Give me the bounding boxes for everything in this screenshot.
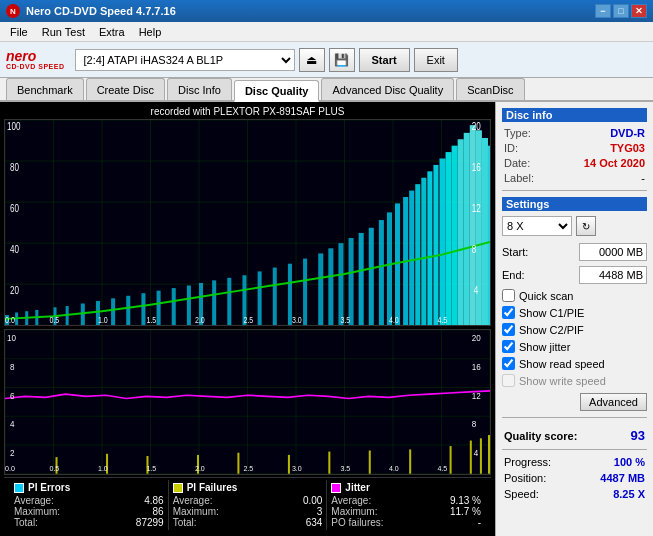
svg-rect-39 (303, 259, 307, 326)
svg-rect-43 (349, 238, 354, 325)
menu-extra[interactable]: Extra (93, 25, 131, 39)
svg-text:8: 8 (472, 419, 477, 429)
exit-button[interactable]: Exit (414, 48, 458, 72)
speed-value: 8.25 X (613, 488, 645, 500)
progress-row: Progress: 100 % (502, 456, 647, 468)
svg-rect-31 (187, 286, 191, 326)
show-write-speed-row: Show write speed (502, 374, 647, 387)
show-read-speed-checkbox[interactable] (502, 357, 515, 370)
svg-rect-47 (387, 212, 392, 325)
svg-rect-26 (111, 298, 115, 325)
speed-row: 8 X ↻ (502, 216, 647, 236)
show-c2pif-checkbox[interactable] (502, 323, 515, 336)
svg-text:3.0: 3.0 (292, 464, 302, 473)
tab-benchmark[interactable]: Benchmark (6, 78, 84, 100)
tab-scandisc[interactable]: ScanDisc (456, 78, 524, 100)
pi-errors-label: PI Errors (28, 482, 70, 493)
svg-text:100: 100 (7, 121, 20, 132)
svg-rect-29 (157, 291, 161, 326)
svg-text:0.5: 0.5 (49, 464, 59, 473)
svg-text:4: 4 (474, 448, 479, 458)
pi-errors-average: Average: 4.86 (14, 495, 164, 506)
disc-info-header: Disc info (502, 108, 647, 122)
disc-type-row: Type: DVD-R (502, 127, 647, 139)
svg-text:1.0: 1.0 (98, 315, 108, 325)
progress-value: 100 % (614, 456, 645, 468)
disc-type-label: Type: (504, 127, 531, 139)
show-write-speed-checkbox[interactable] (502, 374, 515, 387)
separator-2 (502, 417, 647, 418)
svg-text:6: 6 (10, 390, 15, 400)
svg-text:1.0: 1.0 (98, 464, 108, 473)
show-c1pie-label[interactable]: Show C1/PIE (519, 307, 584, 319)
svg-rect-106 (237, 453, 239, 474)
disc-type-value: DVD-R (610, 127, 645, 139)
start-input[interactable] (579, 243, 647, 261)
end-input[interactable] (579, 266, 647, 284)
drive-select[interactable]: [2:4] ATAPI iHAS324 A BL1P (75, 49, 295, 71)
disc-id-row: ID: TYG03 (502, 142, 647, 154)
tab-disc-info[interactable]: Disc Info (167, 78, 232, 100)
svg-rect-63 (488, 146, 490, 326)
svg-rect-108 (328, 452, 330, 474)
start-button[interactable]: Start (359, 48, 410, 72)
svg-text:2.0: 2.0 (195, 315, 205, 325)
svg-rect-58 (458, 139, 464, 325)
svg-rect-113 (480, 439, 482, 474)
svg-text:20: 20 (472, 333, 481, 343)
svg-text:2: 2 (10, 448, 15, 458)
advanced-button[interactable]: Advanced (580, 393, 647, 411)
show-c1pie-row: Show C1/PIE (502, 306, 647, 319)
tab-create-disc[interactable]: Create Disc (86, 78, 165, 100)
svg-rect-112 (470, 441, 472, 474)
tab-disc-quality[interactable]: Disc Quality (234, 80, 320, 102)
svg-rect-56 (446, 152, 452, 325)
title-bar: N Nero CD-DVD Speed 4.7.7.16 − □ ✕ (0, 0, 653, 22)
disc-date-value: 14 Oct 2020 (584, 157, 645, 169)
separator-1 (502, 190, 647, 191)
svg-rect-53 (427, 171, 432, 325)
disc-label-row: Label: - (502, 172, 647, 184)
svg-text:4.5: 4.5 (437, 464, 447, 473)
eject-button[interactable]: ⏏ (299, 48, 325, 72)
maximize-button[interactable]: □ (613, 4, 629, 18)
disc-label-label: Label: (504, 172, 534, 184)
app-icon: N (6, 4, 20, 18)
svg-rect-59 (464, 133, 470, 325)
refresh-button[interactable]: ↻ (576, 216, 596, 236)
svg-text:0.5: 0.5 (49, 315, 59, 325)
show-jitter-checkbox[interactable] (502, 340, 515, 353)
svg-text:1.5: 1.5 (146, 464, 156, 473)
svg-text:4.0: 4.0 (389, 315, 399, 325)
svg-rect-110 (409, 450, 411, 474)
show-read-speed-label[interactable]: Show read speed (519, 358, 605, 370)
menu-run-test[interactable]: Run Test (36, 25, 91, 39)
svg-text:2.0: 2.0 (195, 464, 205, 473)
svg-rect-54 (433, 165, 438, 325)
show-jitter-label[interactable]: Show jitter (519, 341, 570, 353)
pi-failures-maximum: Maximum: 3 (173, 506, 323, 517)
svg-rect-36 (258, 271, 262, 325)
menu-help[interactable]: Help (133, 25, 168, 39)
disc-id-label: ID: (504, 142, 518, 154)
svg-text:20: 20 (10, 286, 19, 297)
svg-rect-41 (328, 248, 333, 325)
quick-scan-label[interactable]: Quick scan (519, 290, 573, 302)
svg-text:4.5: 4.5 (437, 315, 447, 325)
quick-scan-checkbox[interactable] (502, 289, 515, 302)
end-mb-row: End: (502, 266, 647, 284)
svg-text:16: 16 (472, 362, 481, 372)
speed-row-progress: Speed: 8.25 X (502, 488, 647, 500)
pi-errors-maximum: Maximum: 86 (14, 506, 164, 517)
speed-select[interactable]: 8 X (502, 216, 572, 236)
jitter-color (331, 483, 341, 493)
menu-file[interactable]: File (4, 25, 34, 39)
minimize-button[interactable]: − (595, 4, 611, 18)
tab-advanced-disc-quality[interactable]: Advanced Disc Quality (321, 78, 454, 100)
close-button[interactable]: ✕ (631, 4, 647, 18)
show-c1pie-checkbox[interactable] (502, 306, 515, 319)
show-c2pif-label[interactable]: Show C2/PIF (519, 324, 584, 336)
top-chart-svg: 100 80 60 40 20 20 16 12 8 4 0.0 0.5 1.0… (5, 120, 490, 325)
menu-bar: File Run Test Extra Help (0, 22, 653, 42)
save-button[interactable]: 💾 (329, 48, 355, 72)
